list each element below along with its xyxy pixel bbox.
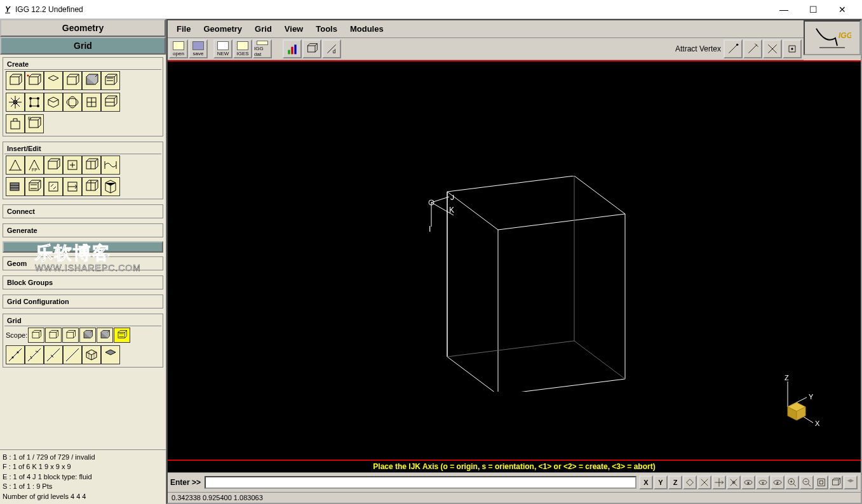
scope-3[interactable] bbox=[62, 328, 79, 343]
create-tool-10[interactable] bbox=[63, 93, 82, 112]
ie-tool-4[interactable] bbox=[63, 156, 82, 175]
command-input[interactable] bbox=[205, 476, 636, 489]
menu-tools[interactable]: Tools bbox=[309, 22, 344, 36]
minimize-button[interactable]: — bbox=[769, 0, 798, 19]
grid-header[interactable]: Grid bbox=[0, 37, 166, 55]
rotate-x-button[interactable]: X bbox=[741, 475, 755, 489]
svg-rect-83 bbox=[818, 479, 825, 486]
coords-readout: 0.342338 0.925400 1.083063 bbox=[168, 492, 861, 503]
create-tool-5[interactable] bbox=[82, 71, 101, 90]
svg-rect-85 bbox=[833, 480, 838, 485]
create-tool-4[interactable] bbox=[63, 71, 82, 90]
ie-tool-2[interactable]: FP bbox=[25, 156, 44, 175]
ie-tool-6[interactable] bbox=[101, 156, 120, 175]
menu-view[interactable]: View bbox=[278, 22, 309, 36]
coord-y-button[interactable]: Y bbox=[654, 475, 668, 489]
grid-tool-3[interactable] bbox=[44, 345, 63, 364]
svg-text:K: K bbox=[449, 206, 454, 215]
menu-grid[interactable]: Grid bbox=[248, 22, 278, 36]
view-tool-2[interactable] bbox=[697, 475, 711, 489]
grid-tool-5[interactable] bbox=[82, 345, 101, 364]
connect-title: Connect bbox=[4, 206, 161, 216]
grid-tool-6[interactable] bbox=[101, 345, 120, 364]
insert-edit-title: Insert/Edit bbox=[4, 143, 161, 154]
svg-point-11 bbox=[37, 97, 39, 100]
status-info: B : 1 of 1 / 729 of 729 / invalid F : 1 … bbox=[0, 449, 166, 504]
svg-rect-0 bbox=[10, 77, 19, 84]
attract-tool-3[interactable] bbox=[763, 39, 782, 58]
ie-tool-3[interactable] bbox=[44, 156, 63, 175]
grid-tool-2[interactable] bbox=[25, 345, 44, 364]
ie-tool-11[interactable] bbox=[82, 177, 101, 196]
attract-tool-4[interactable] bbox=[783, 39, 802, 58]
ie-tool-12[interactable] bbox=[101, 177, 120, 196]
scope-1[interactable] bbox=[28, 328, 44, 343]
svg-rect-3 bbox=[67, 77, 76, 84]
maximize-button[interactable]: ☐ bbox=[798, 0, 828, 19]
new-button[interactable]: NEW bbox=[213, 39, 232, 58]
connect-group[interactable]: Connect bbox=[3, 204, 163, 218]
block-groups-group[interactable]: Block Groups bbox=[3, 275, 163, 289]
box-button[interactable] bbox=[302, 39, 321, 58]
chart-button[interactable] bbox=[283, 39, 302, 58]
menu-geometry[interactable]: Geometry bbox=[197, 22, 248, 36]
generate-group[interactable]: Generate bbox=[3, 223, 163, 237]
create-title: Create bbox=[4, 59, 161, 70]
grid-group: Grid Scope: bbox=[3, 314, 163, 368]
settings-button[interactable] bbox=[844, 475, 858, 489]
rotate-z-button[interactable]: Z bbox=[771, 475, 785, 489]
attract-tool-1[interactable] bbox=[724, 39, 743, 58]
create-tool-8[interactable] bbox=[25, 93, 44, 112]
iggdat-button[interactable]: IGG dat bbox=[253, 39, 272, 58]
grid-tool-1[interactable] bbox=[6, 345, 25, 364]
grid-config-group[interactable]: Grid Configuration bbox=[3, 295, 163, 308]
ie-tool-7[interactable] bbox=[6, 177, 25, 196]
view-tool-3[interactable] bbox=[712, 475, 726, 489]
menu-file[interactable]: File bbox=[170, 22, 197, 36]
create-tool-9[interactable] bbox=[44, 93, 63, 112]
scope-2[interactable] bbox=[45, 328, 62, 343]
viewport[interactable]: I J K Z Y X bbox=[168, 60, 861, 461]
menu-modules[interactable]: Modules bbox=[344, 22, 390, 36]
create-tool-14[interactable]: R bbox=[25, 114, 44, 133]
create-tool-13[interactable] bbox=[6, 114, 25, 133]
create-tool-2[interactable] bbox=[25, 71, 44, 90]
coord-z-button[interactable]: Z bbox=[668, 475, 682, 489]
world-axis-indicator: Z Y X bbox=[765, 375, 823, 434]
create-tool-11[interactable] bbox=[82, 93, 101, 112]
create-tool-6[interactable] bbox=[101, 71, 120, 90]
scope-6[interactable] bbox=[114, 328, 130, 343]
ie-tool-10[interactable] bbox=[63, 177, 82, 196]
geometry-header[interactable]: Geometry bbox=[0, 19, 166, 37]
ie-tool-5[interactable] bbox=[82, 156, 101, 175]
view-tool-1[interactable] bbox=[683, 475, 697, 489]
svg-rect-47 bbox=[118, 333, 125, 338]
window-title: IGG 12.2 Undefined bbox=[15, 5, 769, 14]
coord-x-button[interactable]: X bbox=[639, 475, 653, 489]
attract-tool-2[interactable] bbox=[743, 39, 762, 58]
open-button[interactable]: open bbox=[169, 39, 188, 58]
create-tool-12[interactable] bbox=[101, 93, 120, 112]
view-tool-4[interactable] bbox=[727, 475, 741, 489]
rotate-y-button[interactable]: Y bbox=[756, 475, 770, 489]
fit-button[interactable] bbox=[814, 475, 828, 489]
distance-button[interactable]: d bbox=[322, 39, 341, 58]
create-tool-7[interactable] bbox=[6, 93, 25, 112]
iges-button[interactable]: IGES bbox=[233, 39, 252, 58]
grid-tool-4[interactable] bbox=[63, 345, 82, 364]
status-line-2: F : 1 of 6 K 1 9 x 9 x 9 bbox=[3, 462, 163, 472]
close-button[interactable]: ✕ bbox=[828, 0, 857, 19]
scope-4[interactable] bbox=[79, 328, 96, 343]
ie-tool-1[interactable] bbox=[6, 156, 25, 175]
zoom-in-button[interactable] bbox=[785, 475, 799, 489]
create-tool-3[interactable] bbox=[44, 71, 63, 90]
status-line-1: B : 1 of 1 / 729 of 729 / invalid bbox=[3, 453, 163, 462]
save-button[interactable]: save bbox=[189, 39, 208, 58]
scope-5[interactable] bbox=[97, 328, 113, 343]
ie-tool-8[interactable] bbox=[25, 177, 44, 196]
zoom-out-button[interactable] bbox=[800, 475, 814, 489]
svg-rect-21 bbox=[11, 121, 20, 129]
cube-view-button[interactable] bbox=[829, 475, 843, 489]
ie-tool-9[interactable] bbox=[44, 177, 63, 196]
create-tool-1[interactable] bbox=[6, 71, 25, 90]
